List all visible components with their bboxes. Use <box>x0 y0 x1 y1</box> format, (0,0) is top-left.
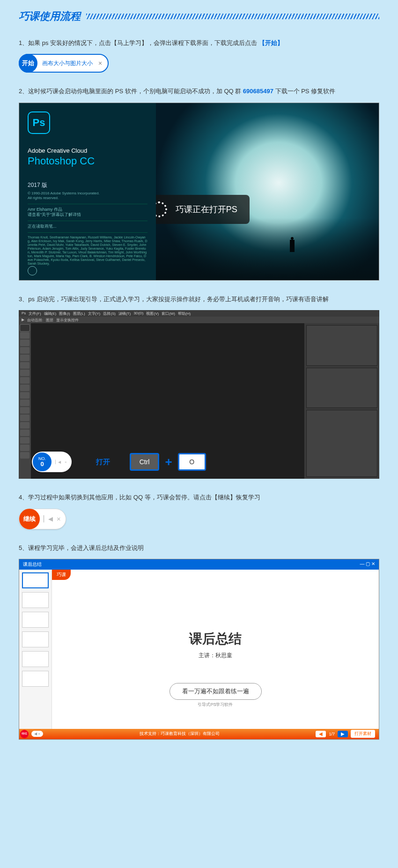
qiaoke-logo: 巧课 <box>52 570 71 580</box>
close-icon[interactable]: × <box>96 59 104 67</box>
step5-text: 5、课程学习完毕，会进入课后总结及作业说明 <box>19 542 379 553</box>
step3-text: 3、ps 启动完，巧课出现引导，正式进入学习，大家按提示操作就好，务必带上耳机或… <box>19 294 379 304</box>
summary-window: 课后总结 — ▢ ✕ 巧课 课后总结 主讲：秋思童 看一万遍不如跟着练一遍 引导… <box>19 559 379 740</box>
page-title: 巧课使用流程 <box>19 9 81 23</box>
status-pill[interactable]: ◀ × <box>31 731 43 737</box>
summary-heading: 课后总结 <box>52 630 379 648</box>
summary-lecturer: 主讲：秋思童 <box>52 652 379 660</box>
opening-overlay: 巧课正在打开PS <box>156 195 250 224</box>
ps-splash: Ps Adobe Creative Cloud Photoshop CC 201… <box>19 103 379 281</box>
close-icon[interactable]: × <box>65 460 67 464</box>
close-icon[interactable]: × <box>57 515 61 523</box>
splash-author: Amr Elshamy 作品 <box>28 207 147 213</box>
splash-loading: 正在读取画笔... <box>28 224 147 230</box>
start-pill[interactable]: 开始 画布大小与图片大小 × <box>19 54 109 73</box>
continue-button[interactable]: 继续 <box>19 509 40 529</box>
start-link[interactable]: 【开始】 <box>259 39 283 46</box>
window-titlebar[interactable]: 课后总结 — ▢ ✕ <box>19 559 379 570</box>
ps-option-bar[interactable]: ▶自动选择:图层显示变换控件 <box>19 317 379 323</box>
start-button[interactable]: 开始 <box>19 54 37 73</box>
open-label: 打开 <box>96 458 110 467</box>
continue-pill[interactable]: 继续 ▏◀ × <box>19 509 66 529</box>
step4-text: 4、学习过程中如果切换到其他应用，比如 QQ 等，巧课会暂停。请点击【继续】恢复… <box>19 492 379 503</box>
spinner-icon <box>156 201 167 217</box>
tech-support: 技术支持：巧课教育科技（深圳）有限公司 <box>140 731 220 737</box>
prev-button[interactable]: ◀ <box>316 731 326 737</box>
summary-main: 巧课 课后总结 主讲：秋思童 看一万遍不如跟着练一遍 引导式PS学习软件 <box>52 570 379 729</box>
splash-credits: Thomas Knoll, Seetharaman Narayanan, Rus… <box>28 236 147 266</box>
copyright: © 1990-2016 Adobe Systems Incorporated.A… <box>28 191 147 201</box>
ctrl-key: Ctrl <box>130 453 160 471</box>
step-pill[interactable]: NO.0 ▏◀ × <box>32 452 72 472</box>
photoshop-cc: Photoshop CC <box>28 155 147 167</box>
step-number: NO.0 <box>33 453 52 471</box>
adobe-cloud: Adobe Creative Cloud <box>28 147 147 154</box>
thumb[interactable] <box>22 651 49 667</box>
splash-about: 请查看"关于"屏幕以了解详情 <box>28 212 147 218</box>
step2-text: 2、这时候巧课会启动你电脑里面的 PS 软件，个别电脑可能启动不成功，加 QQ … <box>19 86 379 96</box>
ps-menubar[interactable]: Ps文件(F)编辑(E)图像(I)图层(L)文字(Y)选择(S)滤镜(T)3D(… <box>19 310 379 317</box>
lesson-name: 画布大小与图片大小 <box>37 59 96 67</box>
ps-panels[interactable] <box>304 323 379 479</box>
thumb[interactable] <box>22 592 49 608</box>
open-material-button[interactable]: 打开素材 <box>351 730 375 738</box>
o-key: O <box>178 453 206 471</box>
silhouette <box>290 240 295 252</box>
ps-icon: Ps <box>28 111 50 134</box>
ps-version: 2017 版 <box>28 181 147 189</box>
prev-icon[interactable]: ▏◀ <box>55 460 61 464</box>
thumb[interactable] <box>22 572 49 588</box>
window-title: 课后总结 <box>23 561 42 568</box>
step1-text: 1、如果 ps 安装好的情况下，点击【马上学习】，会弹出课程下载界面，下载完成后… <box>19 37 379 48</box>
cc-icon <box>28 266 37 275</box>
page-indicator: 1/7 <box>329 732 335 736</box>
plus-icon: + <box>165 455 172 469</box>
thumb[interactable] <box>22 631 49 647</box>
next-button[interactable]: ▶ <box>338 731 348 737</box>
continue-badge[interactable]: 继续 <box>20 730 29 738</box>
status-bar: 继续 ◀ × 技术支持：巧课教育科技（深圳）有限公司 ◀ 1/7 ▶ 打开素材 <box>19 729 379 739</box>
prev-icon[interactable]: ▏◀ <box>40 515 57 522</box>
window-controls[interactable]: — ▢ ✕ <box>360 561 375 568</box>
ps-toolbox[interactable] <box>19 323 31 479</box>
qq-link[interactable]: 690685497 <box>243 88 273 95</box>
summary-cta-sub: 引导式PS学习软件 <box>52 702 379 708</box>
summary-cta[interactable]: 看一万遍不如跟着练一遍 <box>170 683 262 700</box>
slide-thumbs[interactable] <box>19 570 52 729</box>
thumb[interactable] <box>22 671 49 687</box>
ps-window: Ps文件(F)编辑(E)图像(I)图层(L)文字(Y)选择(S)滤镜(T)3D(… <box>19 310 379 479</box>
thumb[interactable] <box>22 612 49 628</box>
title-stripes <box>86 14 379 19</box>
